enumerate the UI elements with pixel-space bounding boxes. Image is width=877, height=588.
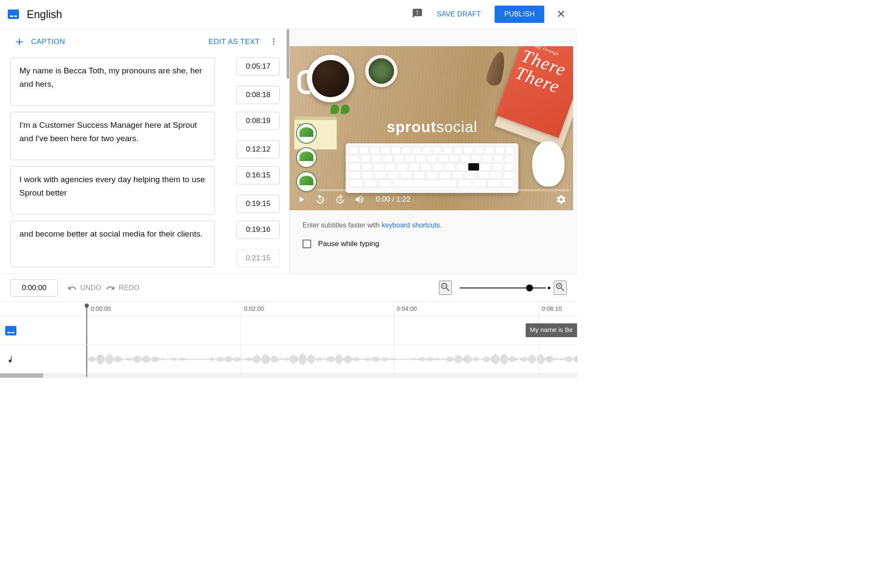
caption-text-input[interactable]: I'm a Customer Success Manager here at S… <box>10 112 215 160</box>
svg-point-2 <box>273 43 274 44</box>
pause-while-typing-label: Pause while typing <box>318 240 379 248</box>
pause-while-typing-checkbox[interactable] <box>303 240 311 248</box>
timeline-ruler[interactable]: 0:00:00 0:02:00 0:04:00 0:06:10 <box>0 301 577 316</box>
caption-text-input[interactable]: I work with agencies every day helping t… <box>10 166 215 215</box>
video-prop-plant <box>365 55 397 87</box>
subtitle-track[interactable]: My name is Be <box>0 316 577 345</box>
caption-end-time[interactable]: 0:21:15 <box>237 249 280 267</box>
timeline-time-input[interactable] <box>10 279 58 297</box>
video-prop-keyboard <box>346 143 518 193</box>
zoom-out-button[interactable] <box>439 281 452 295</box>
feedback-icon[interactable] <box>412 8 423 21</box>
caption-start-time[interactable]: 0:16:15 <box>237 166 280 184</box>
audio-track-icon <box>0 353 22 365</box>
subtitle-track-icon <box>5 326 16 335</box>
video-prop-stickers <box>296 123 317 196</box>
forward-10-button[interactable]: 10 <box>334 194 346 205</box>
edit-as-text-button[interactable]: EDIT AS TEXT <box>208 38 260 46</box>
video-settings-button[interactable] <box>556 194 566 205</box>
caption-end-time[interactable]: 0:19:15 <box>237 195 280 213</box>
add-caption-label: CAPTION <box>31 38 65 46</box>
audio-waveform <box>86 353 577 366</box>
video-player[interactable]: Tommy OrangeThereThere Legal Pad sprouts… <box>290 46 573 210</box>
caption-text-input[interactable]: My name is Becca Toth, my pronouns are s… <box>10 57 215 106</box>
video-brand-logo: sproutsocial <box>387 118 477 136</box>
more-options-button[interactable] <box>268 35 280 49</box>
keyboard-shortcuts-hint: Enter subtitles faster with keyboard sho… <box>290 210 577 229</box>
caption-end-time[interactable]: 0:12:12 <box>237 140 280 158</box>
subtitle-icon <box>8 9 19 19</box>
svg-text:10: 10 <box>338 198 342 202</box>
caption-end-time[interactable]: 0:08:18 <box>237 86 280 104</box>
publish-button[interactable]: PUBLISH <box>495 6 544 23</box>
caption-text-input[interactable]: and become better at social media for th… <box>10 221 215 267</box>
audio-track[interactable] <box>0 345 577 373</box>
video-prop-coffee <box>307 55 354 102</box>
video-prop-leaves <box>331 104 351 116</box>
caption-start-time[interactable]: 0:19:16 <box>237 221 280 239</box>
svg-text:10: 10 <box>319 198 322 202</box>
volume-button[interactable] <box>354 194 365 205</box>
video-time-display: 0:00 / 1:22 <box>376 195 410 204</box>
rewind-10-button[interactable]: 10 <box>315 194 326 205</box>
undo-button[interactable]: UNDO <box>67 283 101 293</box>
save-draft-button[interactable]: SAVE DRAFT <box>432 7 486 22</box>
page-title: English <box>27 8 62 21</box>
video-prop-mouse <box>532 141 565 187</box>
subtitle-clip[interactable]: My name is Be <box>526 323 577 337</box>
zoom-slider[interactable] <box>460 288 546 288</box>
svg-point-1 <box>273 41 274 42</box>
add-caption-button[interactable]: CAPTION <box>14 36 65 47</box>
scrollbar-thumb[interactable] <box>287 29 289 79</box>
caption-start-time[interactable]: 0:05:17 <box>237 57 280 76</box>
zoom-in-button[interactable] <box>554 281 567 295</box>
redo-button[interactable]: REDO <box>106 283 139 293</box>
keyboard-shortcuts-link[interactable]: keyboard shortcuts <box>382 221 440 229</box>
close-button[interactable] <box>553 6 569 23</box>
svg-point-0 <box>273 38 274 39</box>
caption-start-time[interactable]: 0:08:19 <box>237 112 280 130</box>
play-button[interactable] <box>297 195 306 204</box>
